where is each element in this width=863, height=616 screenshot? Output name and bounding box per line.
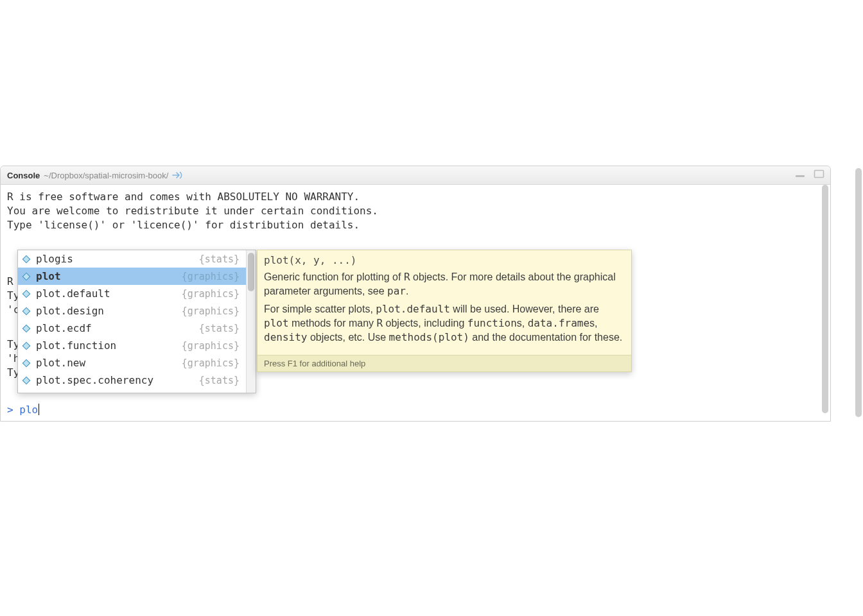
autocomplete-item[interactable]: plot.new{graphics} bbox=[18, 354, 246, 372]
text-caret bbox=[39, 404, 39, 415]
svg-rect-2 bbox=[22, 255, 30, 262]
autocomplete-list[interactable]: plogis{stats}plot{graphics}plot.default{… bbox=[18, 250, 246, 393]
svg-rect-8 bbox=[22, 359, 30, 366]
help-signature: plot(x, y, ...) bbox=[257, 250, 631, 266]
function-icon bbox=[22, 255, 31, 264]
svg-rect-4 bbox=[22, 290, 30, 297]
autocomplete-item-package: {stats} bbox=[199, 323, 240, 334]
autocomplete-item[interactable]: plot.default{graphics} bbox=[18, 285, 246, 302]
autocomplete-item-name: plogis bbox=[36, 253, 199, 265]
svg-rect-3 bbox=[22, 273, 30, 280]
autocomplete-item-package: {graphics} bbox=[182, 340, 240, 352]
autocomplete-item-name: plot.new bbox=[36, 357, 182, 369]
help-description: Generic function for plotting of R objec… bbox=[257, 266, 631, 355]
scrollbar-thumb[interactable] bbox=[822, 185, 828, 413]
autocomplete-item[interactable]: plot{graphics} bbox=[18, 268, 246, 285]
autocomplete-item-package: {graphics} bbox=[182, 357, 240, 369]
prompt-line[interactable]: > plo bbox=[7, 403, 39, 417]
autocomplete-item[interactable]: plot.function{graphics} bbox=[18, 337, 246, 354]
svg-rect-5 bbox=[22, 307, 30, 314]
help-tooltip: plot(x, y, ...) Generic function for plo… bbox=[257, 250, 632, 372]
help-footer: Press F1 for additional help bbox=[257, 355, 631, 372]
function-icon bbox=[22, 289, 31, 298]
autocomplete-item[interactable]: plogis{stats} bbox=[18, 250, 246, 268]
autocomplete-item-package: {graphics} bbox=[182, 305, 240, 317]
console-title: Console bbox=[7, 171, 40, 180]
bg-text: R bbox=[7, 275, 13, 289]
page-scrollbar[interactable] bbox=[855, 168, 862, 417]
autocomplete-item-name: plot bbox=[36, 270, 182, 282]
startup-text: R is free software and comes with ABSOLU… bbox=[7, 190, 824, 232]
svg-rect-9 bbox=[22, 377, 30, 384]
svg-rect-7 bbox=[22, 342, 30, 349]
autocomplete-item-package: {stats} bbox=[199, 253, 240, 265]
autocomplete-item-package: {graphics} bbox=[182, 271, 240, 282]
autocomplete-item-package: {graphics} bbox=[182, 288, 240, 300]
autocomplete-item[interactable]: plot.ecdf{stats} bbox=[18, 320, 246, 337]
autocomplete-item-name: plot.default bbox=[36, 287, 182, 300]
function-icon bbox=[22, 359, 31, 368]
console-header: Console ~/Dropbox/spatial-microsim-book/ bbox=[1, 166, 830, 185]
function-icon bbox=[22, 307, 31, 316]
scrollbar-thumb[interactable] bbox=[248, 253, 254, 291]
autocomplete-scrollbar[interactable] bbox=[246, 250, 256, 393]
open-path-icon[interactable] bbox=[172, 171, 182, 180]
autocomplete-item-package: {stats} bbox=[199, 375, 240, 386]
svg-rect-6 bbox=[22, 325, 30, 332]
function-icon bbox=[22, 376, 31, 385]
function-icon bbox=[22, 272, 31, 281]
autocomplete-item-name: plot.spec.coherency bbox=[36, 374, 199, 386]
scrollbar-thumb[interactable] bbox=[855, 168, 862, 417]
maximize-icon[interactable] bbox=[814, 169, 825, 178]
function-icon bbox=[22, 341, 31, 350]
autocomplete-item-name: plot.design bbox=[36, 305, 182, 317]
autocomplete-item[interactable]: plot.design{graphics} bbox=[18, 302, 246, 320]
console-path: ~/Dropbox/spatial-microsim-book/ bbox=[44, 171, 168, 180]
svg-rect-1 bbox=[815, 171, 824, 178]
function-icon bbox=[22, 324, 31, 333]
panel-scrollbar[interactable] bbox=[822, 185, 828, 413]
autocomplete-item[interactable]: plot.spec.coherency{stats} bbox=[18, 372, 246, 389]
minimize-icon[interactable] bbox=[794, 169, 808, 178]
autocomplete-item-name: plot.ecdf bbox=[36, 322, 199, 334]
autocomplete-item-name: plot.function bbox=[36, 339, 182, 352]
svg-rect-0 bbox=[796, 175, 805, 177]
autocomplete-popup: plogis{stats}plot{graphics}plot.default{… bbox=[17, 250, 256, 393]
